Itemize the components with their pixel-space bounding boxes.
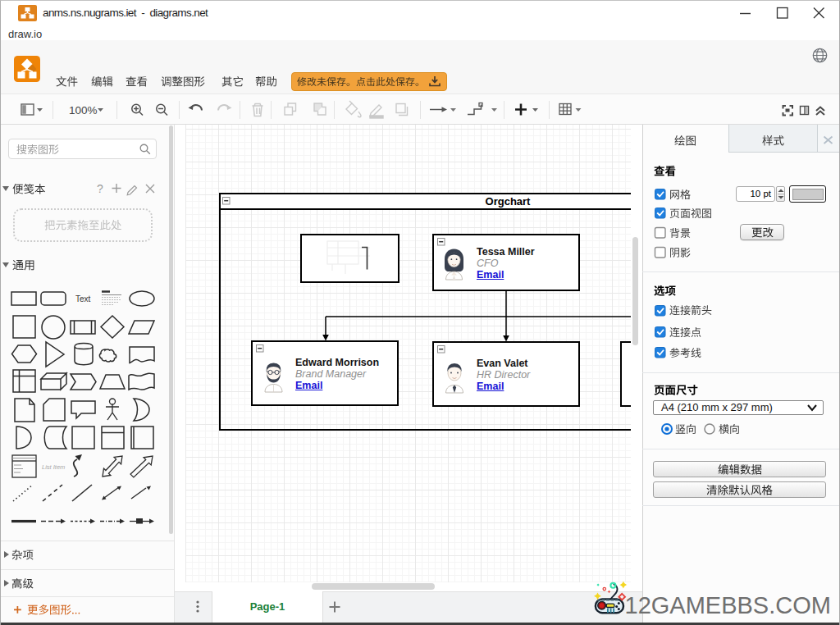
svg-text:Text: Text xyxy=(75,294,91,303)
svg-text:100%: 100% xyxy=(69,104,98,116)
svg-text:List Item: List Item xyxy=(42,463,65,471)
